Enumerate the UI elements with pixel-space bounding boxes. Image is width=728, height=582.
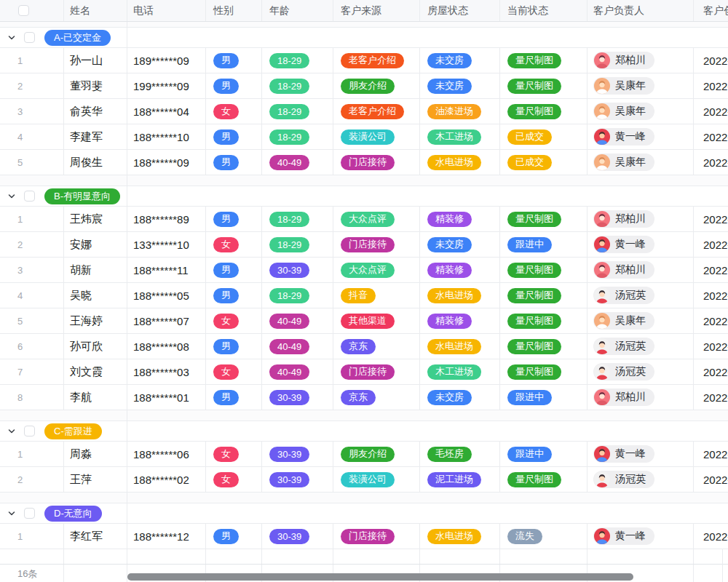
phone-cell[interactable]: 188******02	[127, 467, 206, 492]
current-status-cell[interactable]: 跟进中	[500, 442, 587, 466]
owner-cell[interactable]: 郑柏川	[587, 385, 694, 410]
gender-cell[interactable]: 男	[206, 258, 262, 282]
created-cell[interactable]: 2022-	[694, 232, 728, 257]
gender-cell[interactable]: 女	[206, 442, 262, 466]
age-cell[interactable]: 18-29	[262, 73, 333, 98]
column-header-gender[interactable]: 性别	[206, 0, 262, 21]
gender-cell[interactable]: 男	[206, 385, 262, 410]
phone-cell[interactable]: 188******03	[127, 359, 206, 384]
current-status-cell[interactable]: 量尺制图	[500, 99, 587, 124]
gender-cell[interactable]: 男	[206, 124, 262, 149]
current-status-cell[interactable]: 量尺制图	[500, 48, 587, 73]
column-header-phone[interactable]: 电话	[127, 0, 206, 21]
house-status-cell[interactable]: 水电进场	[420, 334, 500, 359]
row-number-cell[interactable]: 6	[0, 334, 64, 359]
owner-cell[interactable]: 汤冠英	[587, 467, 694, 492]
row-number-cell[interactable]: 1	[0, 207, 64, 231]
created-cell[interactable]: 2022-	[694, 385, 728, 410]
row-number-cell[interactable]: 3	[0, 99, 64, 124]
name-cell[interactable]: 安娜	[64, 232, 127, 257]
source-cell[interactable]: 门店接待	[333, 524, 420, 549]
gender-cell[interactable]: 男	[206, 73, 262, 98]
current-status-cell[interactable]: 量尺制图	[500, 334, 587, 359]
age-cell[interactable]: 18-29	[262, 48, 333, 73]
select-all-checkbox[interactable]	[18, 5, 29, 16]
column-header-house[interactable]: 房屋状态	[420, 0, 500, 21]
source-cell[interactable]: 朋友介绍	[333, 73, 420, 98]
house-status-cell[interactable]: 精装修	[420, 258, 500, 282]
phone-cell[interactable]: 188******12	[127, 524, 206, 549]
age-cell[interactable]: 40-49	[262, 308, 333, 333]
current-status-cell[interactable]: 量尺制图	[500, 73, 587, 98]
age-cell[interactable]: 40-49	[262, 359, 333, 384]
created-cell[interactable]: 2022-	[694, 442, 728, 466]
name-cell[interactable]: 王炜宸	[64, 207, 127, 231]
created-cell[interactable]: 2022-	[694, 524, 728, 549]
house-status-cell[interactable]: 未交房	[420, 73, 500, 98]
name-cell[interactable]: 董羽斐	[64, 73, 127, 98]
current-status-cell[interactable]: 跟进中	[500, 385, 587, 410]
source-cell[interactable]: 门店接待	[333, 150, 420, 175]
phone-cell[interactable]: 188******05	[127, 283, 206, 308]
house-status-cell[interactable]: 未交房	[420, 48, 500, 73]
owner-cell[interactable]: 汤冠英	[587, 359, 694, 384]
gender-cell[interactable]: 男	[206, 283, 262, 308]
house-status-cell[interactable]: 精装修	[420, 308, 500, 333]
created-cell[interactable]: 2022-	[694, 334, 728, 359]
group-select-checkbox[interactable]	[24, 508, 35, 519]
collapse-chevron-icon[interactable]	[7, 191, 17, 202]
house-status-cell[interactable]: 泥工进场	[420, 467, 500, 492]
phone-cell[interactable]: 188******89	[127, 207, 206, 231]
owner-cell[interactable]: 黄一峰	[587, 524, 694, 549]
phone-cell[interactable]: 188******08	[127, 334, 206, 359]
source-cell[interactable]: 京东	[333, 334, 420, 359]
name-cell[interactable]: 胡新	[64, 258, 127, 282]
source-cell[interactable]: 抖音	[333, 283, 420, 308]
owner-cell[interactable]: 汤冠英	[587, 334, 694, 359]
source-cell[interactable]: 其他渠道	[333, 308, 420, 333]
row-number-cell[interactable]: 2	[0, 467, 64, 492]
age-cell[interactable]: 40-49	[262, 334, 333, 359]
collapse-chevron-icon[interactable]	[7, 509, 17, 519]
created-cell[interactable]: 2022-	[694, 467, 728, 492]
name-cell[interactable]: 孙一山	[64, 48, 127, 73]
gender-cell[interactable]: 男	[206, 150, 262, 175]
owner-cell[interactable]: 郑柏川	[587, 48, 694, 73]
owner-cell[interactable]: 郑柏川	[587, 258, 694, 282]
gender-cell[interactable]: 男	[206, 524, 262, 549]
source-cell[interactable]: 朋友介绍	[333, 442, 420, 466]
row-number-cell[interactable]: 1	[0, 524, 64, 549]
house-status-cell[interactable]: 未交房	[420, 385, 500, 410]
name-cell[interactable]: 吴晓	[64, 283, 127, 308]
name-cell[interactable]: 周俊生	[64, 150, 127, 175]
age-cell[interactable]: 30-39	[262, 524, 333, 549]
source-cell[interactable]: 京东	[333, 385, 420, 410]
created-cell[interactable]: 2022-	[694, 207, 728, 231]
row-number-cell[interactable]: 7	[0, 359, 64, 384]
house-status-cell[interactable]: 木工进场	[420, 359, 500, 384]
collapse-chevron-icon[interactable]	[7, 426, 17, 436]
age-cell[interactable]: 40-49	[262, 150, 333, 175]
gender-cell[interactable]: 女	[206, 308, 262, 333]
column-header-source[interactable]: 客户来源	[333, 0, 420, 21]
horizontal-scrollbar-thumb[interactable]	[127, 573, 633, 581]
age-cell[interactable]: 18-29	[262, 207, 333, 231]
owner-cell[interactable]: 黄一峰	[587, 442, 694, 466]
column-header-status[interactable]: 当前状态	[500, 0, 587, 21]
house-status-cell[interactable]: 油漆进场	[420, 99, 500, 124]
owner-cell[interactable]: 吴康年	[587, 150, 694, 175]
house-status-cell[interactable]: 水电进场	[420, 150, 500, 175]
created-cell[interactable]: 2022-	[694, 283, 728, 308]
phone-cell[interactable]: 189******09	[127, 48, 206, 73]
owner-cell[interactable]: 吴康年	[587, 73, 694, 98]
row-number-cell[interactable]: 2	[0, 73, 64, 98]
source-cell[interactable]: 门店接待	[333, 232, 420, 257]
phone-cell[interactable]: 199******09	[127, 73, 206, 98]
owner-cell[interactable]: 汤冠英	[587, 283, 694, 308]
created-cell[interactable]: 2022-	[694, 258, 728, 282]
gender-cell[interactable]: 男	[206, 334, 262, 359]
row-number-cell[interactable]: 4	[0, 124, 64, 149]
age-cell[interactable]: 30-39	[262, 442, 333, 466]
phone-cell[interactable]: 188******06	[127, 442, 206, 466]
name-cell[interactable]: 刘文霞	[64, 359, 127, 384]
